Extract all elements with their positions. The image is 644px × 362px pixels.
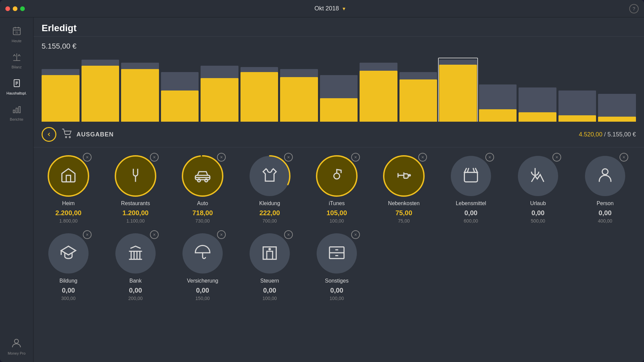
section-name: AUSGABEN xyxy=(76,131,114,138)
category-circle-wrapper: × xyxy=(315,232,359,275)
category-item-heim[interactable]: × Heim 2.200,00 1.800,00 xyxy=(42,154,95,224)
bar-group-10[interactable] xyxy=(439,60,477,122)
bar-group-2[interactable] xyxy=(121,60,159,122)
sidebar-item-heute[interactable]: 31 Heute xyxy=(3,21,30,47)
bar-group-13[interactable] xyxy=(558,60,596,122)
remove-category-button[interactable]: × xyxy=(351,153,360,162)
category-item-auto[interactable]: × Auto 718,00 730,00 xyxy=(176,154,229,224)
category-ring xyxy=(449,154,493,198)
help-button[interactable]: ? xyxy=(629,4,639,13)
category-item-restaurants[interactable]: × Restaurants 1.200,00 1.100,00 xyxy=(109,154,162,224)
bar-fill xyxy=(280,77,318,122)
remove-category-button[interactable]: × xyxy=(485,153,494,162)
remove-category-button[interactable]: × xyxy=(351,230,360,239)
bar-fill xyxy=(479,109,517,122)
remove-category-button[interactable]: × xyxy=(83,230,92,239)
category-spent: 1.200,00 xyxy=(122,209,149,217)
help-icon: ? xyxy=(633,6,635,11)
bar-group-1[interactable] xyxy=(82,60,119,122)
remove-category-button[interactable]: × xyxy=(552,153,561,162)
category-name: Bildung xyxy=(59,278,77,284)
minimize-button[interactable] xyxy=(13,6,17,11)
svg-text:31: 31 xyxy=(15,31,18,34)
bar-fill xyxy=(439,65,477,122)
sidebar-user[interactable]: Money Pro xyxy=(8,337,25,355)
bar-group-5[interactable] xyxy=(240,60,278,122)
category-budget: 500,00 xyxy=(531,218,545,224)
svg-rect-13 xyxy=(18,107,20,113)
bar-group-12[interactable] xyxy=(519,60,556,122)
bar-fill xyxy=(399,79,437,122)
svg-point-30 xyxy=(317,156,357,196)
category-item-kleidung[interactable]: × Kleidung 222,00 700,00 xyxy=(243,154,297,224)
sidebar-item-bilanz[interactable]: Bilanz xyxy=(3,47,30,73)
category-item-versicherung[interactable]: × Versicherung 0,00 150,00 xyxy=(176,232,229,301)
category-name: Kleidung xyxy=(259,200,280,206)
bar-group-8[interactable] xyxy=(360,60,397,122)
close-button[interactable] xyxy=(5,6,10,11)
category-budget: 100,00 xyxy=(330,218,344,224)
svg-point-15 xyxy=(65,136,67,138)
category-circle-wrapper: × xyxy=(181,232,224,275)
category-ring xyxy=(583,154,627,198)
bar-group-14[interactable] xyxy=(598,60,636,122)
category-circle-wrapper: × xyxy=(181,154,224,198)
category-item-nebenkosten[interactable]: × Nebenkosten 75,00 75,00 xyxy=(377,154,431,224)
back-button[interactable] xyxy=(42,127,56,142)
remove-category-button[interactable]: × xyxy=(217,230,226,239)
category-item-person[interactable]: × Person 0,00 400,00 xyxy=(578,154,632,224)
category-name: Person xyxy=(597,200,614,206)
category-circle-wrapper: × xyxy=(583,154,627,198)
category-name: Versicherung xyxy=(187,278,218,284)
category-budget: 730,00 xyxy=(196,218,210,224)
category-ring xyxy=(181,154,224,198)
category-name: Urlaub xyxy=(530,200,546,206)
bar-group-4[interactable] xyxy=(201,60,238,122)
category-item-itunes[interactable]: × iTunes 105,00 100,00 xyxy=(310,154,364,224)
section-info: AUSGABEN xyxy=(62,129,574,140)
sidebar-item-haushaltsplan[interactable]: Haushaltspl. xyxy=(3,73,30,99)
bar-group-11[interactable] xyxy=(479,60,517,122)
sidebar-item-label-berichte: Berichte xyxy=(10,117,23,121)
bar-group-7[interactable] xyxy=(320,60,358,122)
remove-category-button[interactable]: × xyxy=(284,230,293,239)
category-spent: 0,00 xyxy=(599,209,612,217)
remove-category-button[interactable]: × xyxy=(284,153,293,162)
bar-group-0[interactable] xyxy=(42,60,79,122)
category-budget: 100,00 xyxy=(263,296,277,301)
category-item-urlaub[interactable]: × Urlaub 0,00 500,00 xyxy=(511,154,565,224)
main-container: 31 Heute Bilanz xyxy=(0,17,644,362)
category-ring xyxy=(382,154,426,198)
remove-category-button[interactable]: × xyxy=(83,153,92,162)
category-item-lebensmittel[interactable]: × Lebensmittel 0,00 600,00 xyxy=(444,154,498,224)
category-budget: 600,00 xyxy=(464,218,478,224)
month-selector[interactable]: Okt 2018 ▼ xyxy=(315,5,346,12)
category-name: Sonstiges xyxy=(325,278,348,284)
category-budget: 100,00 xyxy=(330,296,344,301)
category-spent: 0,00 xyxy=(465,209,478,217)
bar-fill xyxy=(360,71,397,122)
bar-group-6[interactable] xyxy=(280,60,318,122)
bar-chart xyxy=(42,55,636,122)
category-item-sonstiges[interactable]: × Sonstiges 0,00 100,00 xyxy=(310,232,364,301)
category-item-bildung[interactable]: × Bildung 0,00 300,00 xyxy=(42,232,95,301)
bar-group-3[interactable] xyxy=(161,60,199,122)
remove-category-button[interactable]: × xyxy=(150,230,159,239)
bar-group-9[interactable] xyxy=(399,60,437,122)
category-budget: 75,00 xyxy=(398,218,410,224)
maximize-button[interactable] xyxy=(20,6,25,11)
category-circle-wrapper: × xyxy=(315,154,359,198)
category-item-steuern[interactable]: × Steuern 0,00 100,00 xyxy=(243,232,297,301)
category-item-bank[interactable]: × Bank 0,00 200,00 xyxy=(109,232,162,301)
svg-point-33 xyxy=(384,156,424,196)
svg-point-16 xyxy=(69,136,70,138)
sidebar-item-berichte[interactable]: Berichte xyxy=(3,99,30,125)
scale-icon xyxy=(11,51,23,63)
sidebar: 31 Heute Bilanz xyxy=(0,17,34,362)
remove-category-button[interactable]: × xyxy=(150,153,159,162)
remove-category-button[interactable]: × xyxy=(217,153,226,162)
remove-category-button[interactable]: × xyxy=(418,153,427,162)
remove-category-button[interactable]: × xyxy=(620,153,628,162)
bar-fill xyxy=(161,90,199,122)
chart-total: 5.155,00 € xyxy=(42,42,636,51)
